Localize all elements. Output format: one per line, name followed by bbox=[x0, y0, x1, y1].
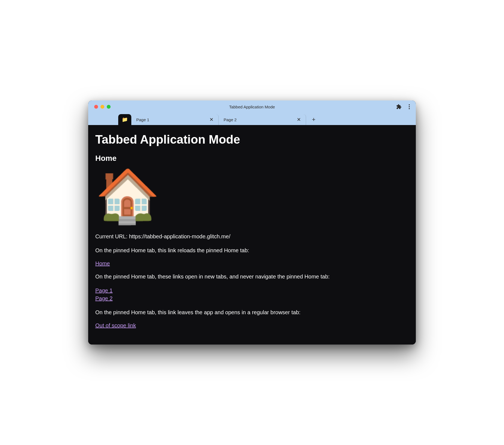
current-url-line: Current URL: https://tabbed-application-… bbox=[95, 233, 409, 241]
close-icon[interactable]: ✕ bbox=[296, 117, 302, 122]
tab-folder-icon: 📁 bbox=[122, 117, 128, 122]
app-window: Tabbed Application Mode 📁 Page 1 ✕ Page … bbox=[88, 100, 416, 345]
page-title: Tabbed Application Mode bbox=[95, 133, 409, 146]
close-window-button[interactable] bbox=[94, 105, 98, 109]
window-controls bbox=[94, 105, 111, 109]
maximize-window-button[interactable] bbox=[107, 105, 111, 109]
tab-strip: 📁 Page 1 ✕ Page 2 ✕ + bbox=[88, 113, 416, 125]
link-home[interactable]: Home bbox=[95, 260, 110, 266]
paragraph-outofscope: On the pinned Home tab, this link leaves… bbox=[95, 308, 409, 316]
link-page-1[interactable]: Page 1 bbox=[95, 287, 409, 295]
link-out-of-scope[interactable]: Out of scope link bbox=[95, 322, 136, 328]
paragraph-newtabs: On the pinned Home tab, these links open… bbox=[95, 273, 409, 281]
minimize-window-button[interactable] bbox=[100, 105, 104, 109]
plus-icon: + bbox=[312, 116, 316, 123]
titlebar-actions bbox=[396, 103, 412, 111]
titlebar-row: Tabbed Application Mode bbox=[88, 100, 416, 113]
tab-page-1[interactable]: Page 1 ✕ bbox=[131, 114, 219, 125]
tab-label: Page 2 bbox=[224, 117, 296, 122]
titlebar: Tabbed Application Mode 📁 Page 1 ✕ Page … bbox=[88, 100, 416, 125]
paragraph-reload: On the pinned Home tab, this link reload… bbox=[95, 247, 409, 254]
window-title: Tabbed Application Mode bbox=[88, 105, 416, 109]
tab-pinned-home[interactable]: 📁 bbox=[118, 114, 131, 125]
page-subtitle: Home bbox=[95, 154, 409, 163]
extensions-icon[interactable] bbox=[396, 104, 402, 109]
current-url-label: Current URL: bbox=[95, 233, 129, 239]
page-content: Tabbed Application Mode Home 🏠 Current U… bbox=[88, 125, 416, 345]
house-icon: 🏠 bbox=[95, 170, 409, 222]
menu-button[interactable] bbox=[407, 103, 412, 111]
tab-page-2[interactable]: Page 2 ✕ bbox=[219, 114, 306, 125]
tab-label: Page 1 bbox=[136, 117, 208, 122]
close-icon[interactable]: ✕ bbox=[208, 117, 215, 122]
link-page-2[interactable]: Page 2 bbox=[95, 295, 409, 302]
current-url-value: https://tabbed-application-mode.glitch.m… bbox=[129, 233, 230, 239]
new-tab-button[interactable]: + bbox=[308, 114, 319, 125]
